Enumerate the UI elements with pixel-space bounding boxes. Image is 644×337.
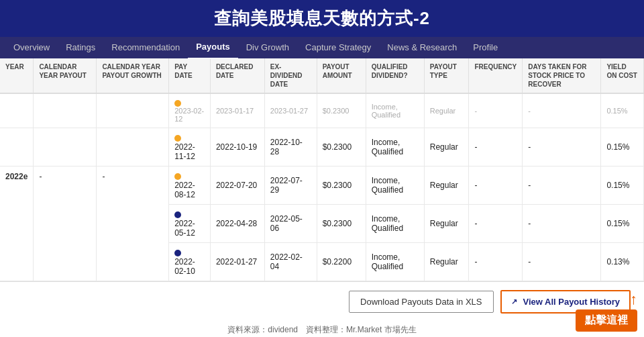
- cell-days: -: [523, 243, 601, 281]
- nav-item-news[interactable]: News & Research: [379, 37, 465, 58]
- payouts-table: YEAR CALENDAR YEAR PAYOUT CALENDAR YEAR …: [0, 58, 644, 281]
- cell-type: Regular: [424, 93, 469, 128]
- cell-declared: 2022-01-27: [210, 243, 264, 281]
- cell-declared: 2022-10-19: [210, 128, 264, 166]
- cell-pay-date: 2022-02-10: [169, 243, 211, 281]
- cell-days: -: [523, 93, 601, 128]
- cell-cal-payout: -: [34, 166, 97, 281]
- payouts-table-container: YEAR CALENDAR YEAR PAYOUT CALENDAR YEAR …: [0, 58, 644, 282]
- cell-qualified: Income, Qualified: [366, 205, 424, 243]
- cell-amount: $0.2300: [317, 128, 366, 166]
- nav-item-div-growth[interactable]: Div Growth: [238, 37, 297, 58]
- cell-cal-growth: [97, 128, 169, 166]
- cell-qualified: Income, Qualified: [366, 166, 424, 205]
- cell-yield: 0.15%: [601, 166, 644, 205]
- cell-days: -: [523, 166, 601, 205]
- callout-area: ↑ 點擊這裡: [576, 291, 637, 332]
- cell-ex-div: 2023-01-27: [264, 93, 317, 128]
- cell-declared: 2022-07-20: [210, 166, 264, 205]
- cell-amount: $0.2300: [317, 166, 366, 205]
- dot-navy-icon: [174, 211, 181, 218]
- table-row: 2023-02-12 2023-01-17 2023-01-27 $0.2300…: [0, 93, 644, 128]
- col-cal-year-payout: CALENDAR YEAR PAYOUT: [34, 58, 97, 93]
- dot-navy-icon: [174, 250, 181, 256]
- col-ex-div-date: EX-DIVIDEND DATE: [264, 58, 317, 93]
- cell-type: Regular: [424, 205, 469, 243]
- cell-frequency: -: [469, 128, 523, 166]
- download-button[interactable]: Download Payouts Data in XLS: [349, 291, 493, 313]
- col-cal-year-growth: CALENDAR YEAR PAYOUT GROWTH: [97, 58, 169, 93]
- page-header: 查詢美股填息天數的方式-2: [0, 0, 644, 37]
- cell-amount: $0.2200: [317, 243, 366, 281]
- cell-type: Regular: [424, 128, 469, 166]
- cell-yield: 0.13%: [601, 243, 644, 281]
- cell-cal-growth: [97, 93, 169, 128]
- cell-amount: $0.2300: [317, 93, 366, 128]
- nav-item-ratings[interactable]: Ratings: [58, 37, 103, 58]
- cell-declared: 2022-04-28: [210, 205, 264, 243]
- cell-cal-payout: [34, 93, 97, 128]
- col-payout-type: PAYOUT TYPE: [424, 58, 469, 93]
- cell-declared: 2023-01-17: [210, 93, 264, 128]
- table-row: 2022-11-12 2022-10-19 2022-10-28 $0.2300…: [0, 128, 644, 166]
- col-yield: YIELD ON COST: [601, 58, 644, 93]
- col-days: DAYS TAKEN FOR STOCK PRICE TO RECOVER: [523, 58, 601, 93]
- attribution-text: 資料來源：dividend 資料整理：Mr.Market 市場先生: [0, 322, 644, 337]
- cell-year: [0, 93, 34, 128]
- nav-item-overview[interactable]: Overview: [5, 37, 58, 58]
- footer-bar: Download Payouts Data in XLS ↗ View All …: [0, 282, 644, 322]
- dot-icon: [174, 100, 181, 107]
- cell-yield: 0.15%: [601, 93, 644, 128]
- nav-item-payouts[interactable]: Payouts: [188, 36, 238, 59]
- cell-ex-div: 2022-07-29: [264, 166, 317, 205]
- cell-ex-div: 2022-02-04: [264, 243, 317, 281]
- nav-item-recommendation[interactable]: Recommendation: [103, 37, 188, 58]
- col-payout-amount: PAYOUT AMOUNT: [317, 58, 366, 93]
- col-qualified: QUALIFIED DIVIDEND?: [366, 58, 424, 93]
- dot-orange-icon: [174, 135, 181, 142]
- cell-days: -: [523, 128, 601, 166]
- col-declared-date: DECLARED DATE: [210, 58, 264, 93]
- cell-cal-payout: [34, 128, 97, 166]
- col-year: YEAR: [0, 58, 34, 93]
- nav-item-profile[interactable]: Profile: [465, 37, 506, 58]
- table-header-row: YEAR CALENDAR YEAR PAYOUT CALENDAR YEAR …: [0, 58, 644, 93]
- cell-cal-growth: -: [97, 166, 169, 281]
- nav-item-capture-strategy[interactable]: Capture Strategy: [297, 37, 379, 58]
- col-pay-date: PAY DATE: [169, 58, 211, 93]
- cell-frequency: -: [469, 243, 523, 281]
- cell-qualified: Income, Qualified: [366, 128, 424, 166]
- cell-ex-div: 2022-05-06: [264, 205, 317, 243]
- cell-year: 2022e: [0, 166, 34, 281]
- callout-arrow-icon: ↑: [630, 291, 637, 308]
- cell-type: Regular: [424, 243, 469, 281]
- col-frequency: FREQUENCY: [469, 58, 523, 93]
- cell-frequency: -: [469, 166, 523, 205]
- cell-yield: 0.15%: [601, 205, 644, 243]
- cell-pay-date: 2022-08-12: [169, 166, 211, 205]
- cell-amount: $0.2300: [317, 205, 366, 243]
- cell-pay-date: 2022-05-12: [169, 205, 211, 243]
- cell-frequency: -: [469, 93, 523, 128]
- cell-qualified: Income, Qualified: [366, 93, 424, 128]
- external-link-icon: ↗: [511, 297, 517, 306]
- cell-yield: 0.15%: [601, 128, 644, 166]
- nav-bar: Overview Ratings Recommendation Payouts …: [0, 37, 644, 58]
- cell-pay-date: 2022-11-12: [169, 128, 211, 166]
- cell-frequency: -: [469, 205, 523, 243]
- cell-type: Regular: [424, 166, 469, 205]
- cell-year: [0, 128, 34, 166]
- cell-qualified: Income, Qualified: [366, 243, 424, 281]
- cell-ex-div: 2022-10-28: [264, 128, 317, 166]
- cell-days: -: [523, 205, 601, 243]
- cell-pay-date: 2023-02-12: [169, 93, 211, 128]
- callout-label: 點擊這裡: [576, 309, 637, 332]
- table-row: 2022e - - 2022-08-12 2022-07-20 2022-07-…: [0, 166, 644, 205]
- dot-orange-icon: [174, 173, 181, 180]
- page-title: 查詢美股填息天數的方式-2: [214, 8, 430, 28]
